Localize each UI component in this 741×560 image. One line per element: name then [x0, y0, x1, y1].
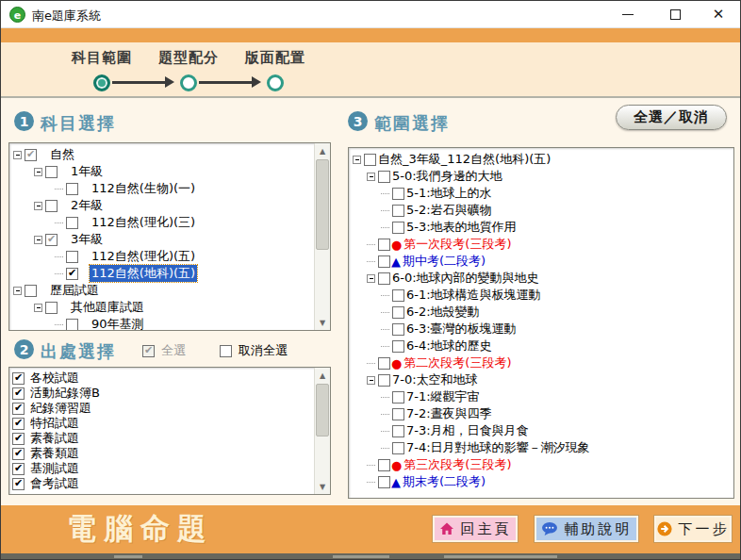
list-item-checkbox[interactable] [12, 463, 25, 475]
tree-checkbox[interactable] [66, 217, 78, 229]
expand-toggle-icon[interactable] [367, 173, 375, 181]
tree-item-label[interactable]: 7-4:日月對地球的影響－潮汐現象 [404, 439, 592, 456]
tree-item-label[interactable]: 第三次段考(三段考) [402, 456, 513, 473]
tree-row[interactable]: 1年級 [11, 163, 313, 180]
tree-item-label[interactable]: 1年級 [69, 163, 105, 180]
tree-row[interactable]: 6-1:地球構造與板塊運動 [351, 287, 732, 304]
list-item[interactable]: 基測試題 [12, 461, 313, 476]
tree-row[interactable]: 7-2:晝夜與四季 [351, 405, 732, 422]
tree-row[interactable]: 112自然(地科)(五) [11, 265, 313, 282]
tree-item-label[interactable]: 90年基測 [90, 316, 146, 330]
expand-toggle-icon[interactable] [34, 168, 42, 176]
tree-item-label[interactable]: 5-3:地表的地質作用 [404, 219, 519, 236]
tree-item-label[interactable]: 112自然(地科)(五) [90, 265, 197, 282]
tree-row[interactable]: 其他題庫試題 [11, 299, 313, 316]
tree-item-label[interactable]: 6-0:地球內部的變動與地史 [390, 270, 541, 287]
tree-item-label[interactable]: 自然_3年級_112自然(地科)(五) [376, 151, 552, 168]
tree-row[interactable]: 歷屆試題 [11, 282, 313, 299]
tree-checkbox[interactable] [25, 149, 37, 161]
help-button[interactable]: 輔助說明 [534, 515, 639, 543]
tree-row[interactable]: 自然 [11, 146, 313, 163]
tree-checkbox[interactable] [392, 442, 404, 454]
expand-toggle-icon[interactable] [367, 376, 375, 385]
tree-item-label[interactable]: 7-1:縱觀宇宙 [404, 388, 482, 405]
tree-row[interactable]: 6-3:臺灣的板塊運動 [351, 321, 732, 338]
tree-row[interactable]: 5-1:地球上的水 [351, 185, 732, 202]
tree-item-label[interactable]: 自然 [48, 146, 76, 163]
tree-item-label[interactable]: 6-3:臺灣的板塊運動 [404, 321, 519, 338]
tree-row[interactable]: ●第三次段考(三段考) [351, 456, 732, 473]
tree-checkbox[interactable] [378, 272, 390, 285]
tree-checkbox[interactable] [45, 234, 58, 246]
tree-checkbox[interactable] [392, 205, 404, 217]
home-button[interactable]: 回主頁 [432, 515, 519, 543]
expand-toggle-icon[interactable] [34, 236, 42, 244]
tree-checkbox[interactable] [66, 319, 78, 331]
tree-checkbox[interactable] [25, 285, 37, 297]
tree-checkbox[interactable] [45, 200, 58, 212]
deselect-all-checkbox[interactable] [220, 345, 232, 357]
tree-row[interactable]: 自然_3年級_112自然(地科)(五) [351, 151, 732, 168]
tree-checkbox[interactable] [378, 255, 390, 268]
expand-toggle-icon[interactable] [13, 151, 22, 159]
tree-row[interactable]: 5-0:我們身邊的大地 [351, 168, 732, 185]
tree-row[interactable]: 6-2:地殼變動 [351, 304, 732, 321]
tree-checkbox[interactable] [392, 408, 404, 420]
select-all-option[interactable]: 全選 [142, 342, 188, 359]
list-item-checkbox[interactable] [12, 433, 25, 445]
scroll-down-icon[interactable]: ▼ [315, 479, 330, 494]
list-item-checkbox[interactable] [12, 448, 25, 460]
maximize-button[interactable] [655, 1, 695, 28]
tree-item-label[interactable]: 7-3:月相，日食與月食 [404, 422, 531, 439]
tree-row[interactable]: 90年基測 [11, 316, 313, 330]
select-all-checkbox[interactable] [142, 345, 155, 357]
tree-checkbox[interactable] [392, 289, 404, 302]
tree-item-label[interactable]: 歷屆試題 [48, 282, 101, 299]
tree-item-label[interactable]: 第二次段考(三段考) [402, 354, 513, 371]
minimize-button[interactable] [608, 1, 648, 28]
scroll-up-icon[interactable]: ▲ [315, 143, 330, 158]
list-item-checkbox[interactable] [12, 478, 25, 490]
tree-item-label[interactable]: 期中考(二段考) [401, 253, 487, 270]
tree-row[interactable]: 3年級 [11, 231, 313, 248]
list-item[interactable]: 素養試題 [12, 431, 313, 446]
tree-item-label[interactable]: 期末考(二段考) [401, 473, 487, 490]
tree-row[interactable]: 5-2:岩石與礦物 [351, 202, 732, 219]
list-item[interactable]: 特招試題 [12, 416, 313, 431]
tree-checkbox[interactable] [392, 391, 404, 404]
list-item[interactable]: 素養類題 [12, 446, 313, 461]
expand-toggle-icon[interactable] [13, 287, 22, 295]
list-item-checkbox[interactable] [12, 403, 25, 415]
subject-tree-scrollbar[interactable]: ▲ ▼ [314, 143, 330, 330]
expand-toggle-icon[interactable] [367, 274, 375, 283]
tree-item-label[interactable]: 6-2:地殼變動 [404, 304, 482, 321]
tree-item-label[interactable]: 112自然(理化)(三) [90, 214, 197, 231]
tree-item-label[interactable]: 其他題庫試題 [69, 299, 146, 316]
tree-checkbox[interactable] [392, 425, 404, 437]
close-button[interactable]: ✕ [699, 1, 738, 28]
tree-checkbox[interactable] [66, 183, 78, 195]
scroll-up-icon[interactable]: ▲ [315, 368, 330, 383]
tree-checkbox[interactable] [378, 374, 390, 387]
tree-item-label[interactable]: 5-2:岩石與礦物 [404, 202, 494, 219]
tree-checkbox[interactable] [45, 166, 58, 178]
tree-checkbox[interactable] [66, 251, 78, 263]
tree-checkbox[interactable] [45, 302, 58, 314]
tree-row[interactable]: ▲期中考(二段考) [351, 253, 732, 270]
tree-checkbox[interactable] [378, 357, 390, 370]
tree-row[interactable]: 112自然(生物)(一) [11, 180, 313, 197]
tree-row[interactable]: ●第二次段考(三段考) [351, 354, 732, 371]
list-item-checkbox[interactable] [12, 418, 25, 430]
tree-item-label[interactable]: 第一次段考(三段考) [402, 236, 513, 253]
list-item[interactable]: 紀錄簿習題 [12, 401, 313, 416]
tree-item-label[interactable]: 6-1:地球構造與板塊運動 [404, 287, 543, 304]
list-item-checkbox[interactable] [12, 372, 25, 385]
select-all-toggle-button[interactable]: 全選／取消 [616, 105, 727, 130]
tree-item-label[interactable]: 5-1:地球上的水 [404, 185, 494, 202]
expand-toggle-icon[interactable] [34, 202, 42, 210]
tree-checkbox[interactable] [392, 306, 404, 319]
tree-checkbox[interactable] [392, 323, 404, 336]
tree-item-label[interactable]: 3年級 [69, 231, 105, 248]
tree-item-label[interactable]: 112自然(理化)(五) [90, 248, 197, 265]
tree-row[interactable]: 6-0:地球內部的變動與地史 [351, 270, 732, 287]
